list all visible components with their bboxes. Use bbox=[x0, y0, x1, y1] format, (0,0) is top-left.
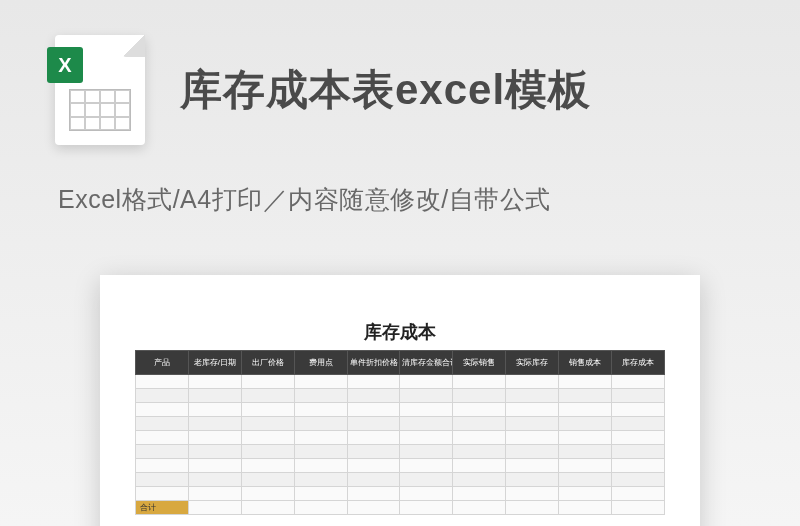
table-cell bbox=[347, 375, 400, 389]
table-cell bbox=[612, 487, 665, 501]
table-cell bbox=[612, 431, 665, 445]
table-cell bbox=[188, 459, 241, 473]
table-cell bbox=[136, 403, 189, 417]
table-cell bbox=[506, 403, 559, 417]
footer-cell bbox=[453, 501, 506, 515]
table-cell bbox=[294, 403, 347, 417]
table-row bbox=[136, 473, 665, 487]
table-cell bbox=[136, 375, 189, 389]
table-cell bbox=[559, 445, 612, 459]
table-row bbox=[136, 445, 665, 459]
table-cell bbox=[188, 487, 241, 501]
table-cell bbox=[400, 445, 453, 459]
table-cell bbox=[241, 473, 294, 487]
footer-cell bbox=[506, 501, 559, 515]
table-cell bbox=[241, 431, 294, 445]
table-header-cell: 出厂价格 bbox=[241, 351, 294, 375]
table-cell bbox=[400, 473, 453, 487]
table-cell bbox=[453, 473, 506, 487]
sheet-title: 库存成本 bbox=[135, 320, 665, 344]
table-cell bbox=[294, 417, 347, 431]
table-cell bbox=[188, 389, 241, 403]
table-cell bbox=[559, 487, 612, 501]
table-cell bbox=[294, 459, 347, 473]
table-row bbox=[136, 487, 665, 501]
table-row bbox=[136, 403, 665, 417]
table-row bbox=[136, 417, 665, 431]
table-cell bbox=[241, 389, 294, 403]
table-header-cell: 老库存/日期 bbox=[188, 351, 241, 375]
table-cell bbox=[400, 487, 453, 501]
table-cell bbox=[136, 487, 189, 501]
table-cell bbox=[241, 417, 294, 431]
table-cell bbox=[559, 417, 612, 431]
table-cell bbox=[188, 375, 241, 389]
table-cell bbox=[294, 473, 347, 487]
table-cell bbox=[559, 431, 612, 445]
footer-cell bbox=[188, 501, 241, 515]
table-header-cell: 单件折扣价格 bbox=[347, 351, 400, 375]
table-cell bbox=[294, 389, 347, 403]
table-cell bbox=[506, 459, 559, 473]
table-header-cell: 产品 bbox=[136, 351, 189, 375]
table-cell bbox=[400, 403, 453, 417]
table-cell bbox=[347, 445, 400, 459]
table-cell bbox=[294, 445, 347, 459]
table-cell bbox=[241, 487, 294, 501]
table-cell bbox=[136, 389, 189, 403]
table-cell bbox=[188, 417, 241, 431]
xls-badge-icon: X bbox=[47, 47, 83, 83]
table-cell bbox=[559, 375, 612, 389]
table-cell bbox=[506, 487, 559, 501]
table-cell bbox=[453, 487, 506, 501]
table-cell bbox=[347, 431, 400, 445]
table-header-cell: 费用点 bbox=[294, 351, 347, 375]
table-cell bbox=[453, 375, 506, 389]
table-cell bbox=[400, 417, 453, 431]
table-cell bbox=[347, 417, 400, 431]
table-header-cell: 销售成本 bbox=[559, 351, 612, 375]
table-cell bbox=[136, 473, 189, 487]
table-cell bbox=[453, 459, 506, 473]
table-cell bbox=[136, 431, 189, 445]
table-cell bbox=[136, 417, 189, 431]
footer-cell bbox=[294, 501, 347, 515]
template-preview: 库存成本 产品老库存/日期出厂价格费用点单件折扣价格清库存金额合计实际销售实际库… bbox=[100, 275, 700, 526]
inventory-cost-table: 产品老库存/日期出厂价格费用点单件折扣价格清库存金额合计实际销售实际库存销售成本… bbox=[135, 350, 665, 515]
table-cell bbox=[453, 403, 506, 417]
table-cell bbox=[294, 487, 347, 501]
page-subtitle: Excel格式/A4打印／内容随意修改/自带公式 bbox=[0, 165, 800, 216]
table-cell bbox=[347, 403, 400, 417]
footer-label-cell: 合计 bbox=[136, 501, 189, 515]
table-cell bbox=[559, 403, 612, 417]
table-cell bbox=[612, 459, 665, 473]
table-row bbox=[136, 375, 665, 389]
table-cell bbox=[506, 431, 559, 445]
table-cell bbox=[506, 473, 559, 487]
table-cell bbox=[506, 417, 559, 431]
table-cell bbox=[347, 487, 400, 501]
table-cell bbox=[400, 389, 453, 403]
table-cell bbox=[347, 459, 400, 473]
table-cell bbox=[188, 403, 241, 417]
table-row bbox=[136, 389, 665, 403]
table-row bbox=[136, 431, 665, 445]
footer-cell bbox=[400, 501, 453, 515]
table-cell bbox=[612, 417, 665, 431]
table-header-cell: 实际销售 bbox=[453, 351, 506, 375]
table-cell bbox=[453, 431, 506, 445]
table-cell bbox=[241, 375, 294, 389]
table-cell bbox=[188, 473, 241, 487]
spreadsheet-grid-icon bbox=[69, 89, 131, 131]
table-header-row: 产品老库存/日期出厂价格费用点单件折扣价格清库存金额合计实际销售实际库存销售成本… bbox=[136, 351, 665, 375]
table-cell bbox=[241, 445, 294, 459]
table-cell bbox=[559, 459, 612, 473]
table-cell bbox=[453, 389, 506, 403]
footer-cell bbox=[559, 501, 612, 515]
footer-cell bbox=[241, 501, 294, 515]
table-cell bbox=[612, 389, 665, 403]
excel-file-icon: X bbox=[55, 35, 145, 145]
table-row bbox=[136, 459, 665, 473]
table-cell bbox=[400, 459, 453, 473]
footer-cell bbox=[347, 501, 400, 515]
